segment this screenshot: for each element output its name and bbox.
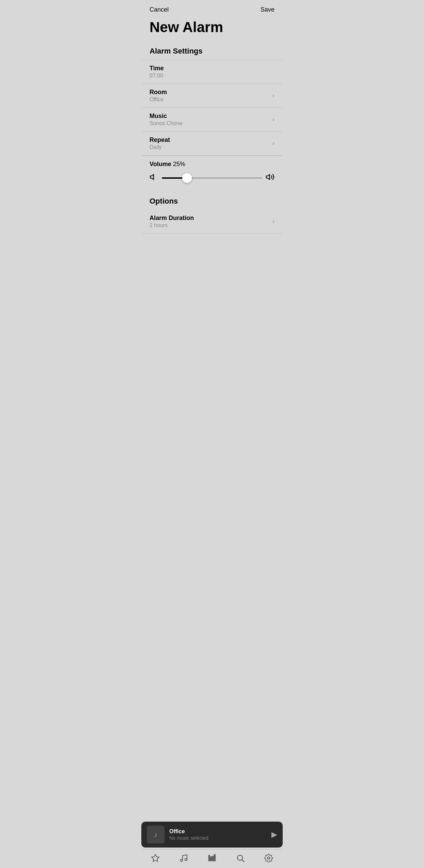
room-row-content: Room Office — [150, 89, 167, 103]
time-label: Time — [150, 65, 274, 72]
repeat-row-content: Repeat Daily — [150, 136, 170, 150]
repeat-label: Repeat — [150, 136, 170, 144]
alarm-settings-heading: Alarm Settings — [141, 43, 283, 60]
alarm-duration-row[interactable]: Alarm Duration 2 hours › — [141, 210, 283, 234]
repeat-row[interactable]: Repeat Daily › — [141, 132, 283, 156]
options-section: Options Alarm Duration 2 hours › — [141, 193, 283, 234]
volume-slider-container — [150, 173, 274, 183]
room-label: Room — [150, 89, 167, 96]
volume-row: Volume 25% — [141, 156, 283, 190]
music-label: Music — [150, 113, 182, 120]
page-title: New Alarm — [141, 17, 283, 43]
volume-percent: 25% — [173, 161, 185, 167]
speaker-low-svg — [150, 173, 158, 181]
alarm-settings-section: Alarm Settings Time 07:00 Room Office › … — [141, 43, 283, 190]
options-heading: Options — [141, 193, 283, 210]
music-row[interactable]: Music Sonos Chime › — [141, 108, 283, 132]
alarm-duration-label: Alarm Duration — [150, 215, 194, 222]
time-row: Time 07:00 — [141, 60, 283, 84]
volume-low-icon — [150, 173, 158, 183]
slider-thumb[interactable] — [182, 173, 192, 183]
alarm-duration-chevron-icon: › — [272, 218, 274, 225]
volume-high-icon — [266, 173, 274, 183]
room-chevron-icon: › — [272, 92, 274, 99]
time-value: 07:00 — [150, 73, 274, 79]
alarm-duration-value: 2 hours — [150, 222, 194, 229]
room-value: Office — [150, 97, 167, 103]
music-value: Sonos Chime — [150, 120, 182, 127]
volume-slider[interactable] — [162, 177, 262, 179]
save-button[interactable]: Save — [260, 6, 274, 13]
music-row-content: Music Sonos Chime — [150, 113, 182, 127]
top-nav: Cancel Save — [141, 0, 283, 17]
repeat-chevron-icon: › — [272, 140, 274, 147]
speaker-high-svg — [266, 173, 274, 181]
repeat-value: Daily — [150, 144, 170, 150]
cancel-button[interactable]: Cancel — [150, 6, 169, 13]
music-chevron-icon: › — [272, 116, 274, 123]
volume-label: Volume 25% — [150, 161, 274, 168]
alarm-duration-content: Alarm Duration 2 hours — [150, 215, 194, 229]
room-row[interactable]: Room Office › — [141, 84, 283, 108]
